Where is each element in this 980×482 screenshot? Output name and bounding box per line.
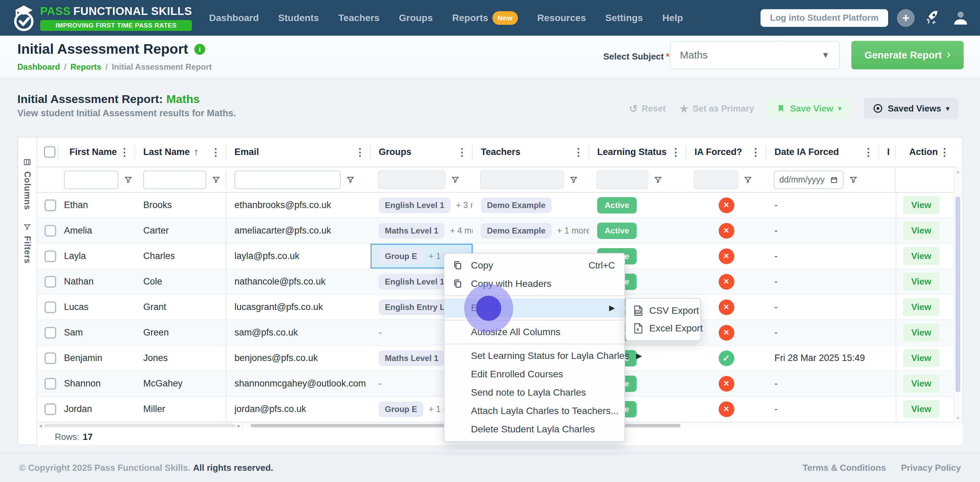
row-checkbox[interactable] [45,327,56,339]
column-header-learning-status[interactable]: Learning Status⋮ [589,137,686,166]
column-menu-icon[interactable]: ⋮ [671,146,681,158]
column-menu-icon[interactable]: ⋮ [119,146,130,158]
column-menu-icon[interactable]: ⋮ [211,146,221,158]
save-view-button[interactable]: Save View ▾ [768,98,850,119]
v-scroll-thumb[interactable] [956,197,960,392]
nav-item-help[interactable]: Help [662,13,683,24]
column-header-first-name[interactable]: First Name⋮ [59,137,135,166]
funnel-icon[interactable] [569,175,578,184]
context-menu-item-delete-student-layla-charles[interactable]: Delete Student Layla Charles [444,420,624,439]
submenu-item-csv-export[interactable]: CSVCSV Export [626,302,700,320]
context-menu-item-attach-layla-charles-to-teachers[interactable]: Attach Layla Charles to Teachers... [444,402,624,420]
brand-logo[interactable]: PASSFUNCTIONAL SKILLS IMPROVING FIRST TI… [13,4,192,32]
column-header-ia-forced[interactable]: IA Forced?⋮ [686,137,766,166]
column-menu-icon[interactable]: ⋮ [751,146,761,158]
context-menu-item-copy-with-headers[interactable]: Copy with Headers [444,275,624,293]
column-header-last-name[interactable]: Last Name↑⋮ [135,137,226,166]
context-menu-item-set-learning-status-for-layla-charles[interactable]: Set Learning Status for Layla Charles▶ [444,347,624,365]
nav-item-teachers[interactable]: Teachers [338,13,379,24]
filter-teachers-box[interactable] [480,171,564,189]
view-button[interactable]: View [903,196,940,214]
funnel-icon[interactable] [654,175,662,184]
column-header-groups[interactable]: Groups⋮ [371,137,473,166]
select-all-checkbox[interactable] [44,146,56,158]
view-button[interactable]: View [903,247,940,265]
info-icon[interactable]: i [194,44,205,55]
more-count-text[interactable]: + 3 more [456,200,473,210]
funnel-icon[interactable] [212,175,221,184]
filter-ia-forced-box[interactable] [694,171,738,189]
row-checkbox[interactable] [45,276,56,288]
breadcrumb-reports[interactable]: Reports [70,62,102,72]
nav-item-reports[interactable]: ReportsNew [452,11,518,25]
row-checkbox[interactable] [45,403,56,415]
column-header-action[interactable]: Action⋮ [896,137,955,166]
nav-item-resources[interactable]: Resources [537,13,586,24]
terms-link[interactable]: Terms & Conditions [803,463,886,473]
submenu-item-excel-export[interactable]: xExcel Export [626,320,700,337]
privacy-link[interactable]: Privacy Policy [901,463,961,473]
row-checkbox[interactable] [45,301,56,313]
vertical-scrollbar[interactable]: ▲ ▼ [953,167,962,422]
rail-filters-tab[interactable]: Filters [18,223,37,264]
rail-columns-tab[interactable]: Columns [18,158,37,210]
nav-item-students[interactable]: Students [278,13,319,24]
funnel-icon[interactable] [451,175,460,184]
more-count-text[interactable]: + 4 more [450,226,473,236]
filter-groups-box[interactable] [378,171,445,189]
context-menu-item-copy[interactable]: CopyCtrl+C [444,256,624,275]
nav-item-dashboard[interactable]: Dashboard [209,13,259,24]
table-row[interactable]: Amelia Carter ameliacarter@pfs.co.uk Mat… [37,218,955,244]
funnel-icon[interactable] [124,175,133,184]
context-menu-item-autosize-all-columns[interactable]: Autosize All Columns [444,323,624,341]
column-menu-icon[interactable]: ⋮ [863,146,873,158]
view-button[interactable]: View [903,298,940,316]
view-button[interactable]: View [903,222,940,239]
row-checkbox[interactable] [45,251,56,262]
login-student-platform-button[interactable]: Log into Student Platform [760,9,888,27]
column-header-truncated[interactable]: I [879,137,896,166]
nav-item-groups[interactable]: Groups [399,13,433,24]
breadcrumb-dashboard[interactable]: Dashboard [18,62,60,72]
set-as-primary-button[interactable]: ★ Set as Primary [679,103,754,114]
filter-first-name-input[interactable] [64,171,118,189]
rocket-icon[interactable] [924,8,943,27]
table-row[interactable]: Ethan Brooks ethanbrooks@pfs.co.uk Engli… [37,193,955,218]
context-menu-item-edit-enrolled-courses[interactable]: Edit Enrolled Courses [444,365,624,384]
filter-learning-status-box[interactable] [597,171,648,189]
column-header-email[interactable]: Email⋮ [226,137,371,166]
column-menu-icon[interactable]: ⋮ [940,146,950,158]
more-count-text[interactable]: + 1 more [557,226,589,236]
reset-button[interactable]: ↺ Reset [629,103,666,114]
generate-report-button[interactable]: Generate Report› [851,41,964,69]
filter-last-name-input[interactable] [143,171,206,189]
saved-views-button[interactable]: Saved Views ▾ [864,98,958,119]
filter-email-input[interactable] [234,171,340,189]
h-scroll-thumb-left[interactable] [44,424,235,427]
funnel-icon[interactable] [346,175,355,184]
view-button[interactable]: View [903,374,940,393]
context-menu-item-export[interactable]: Export▶ [444,298,624,317]
row-checkbox[interactable] [45,378,56,390]
funnel-icon[interactable] [743,175,752,184]
user-avatar-icon[interactable] [951,9,970,27]
add-plus-icon[interactable]: + [897,9,915,27]
view-button[interactable]: View [903,273,940,291]
column-header-teachers[interactable]: Teachers⋮ [473,137,589,166]
column-menu-icon[interactable]: ⋮ [457,146,467,158]
filter-date-input[interactable]: dd/mm/yyyy [774,171,843,189]
view-button[interactable]: View [903,349,940,367]
context-menu-item-send-note-to-layla-charles[interactable]: Send note to Layla Charles [444,384,624,402]
column-header-date-ia-forced[interactable]: Date IA Forced⋮ [766,137,879,166]
column-menu-icon[interactable]: ⋮ [355,146,365,158]
subject-dropdown[interactable]: Maths ▼ [670,41,840,69]
view-button[interactable]: View [903,323,940,342]
view-button[interactable]: View [903,400,940,418]
column-menu-icon[interactable]: ⋮ [573,146,584,158]
row-checkbox[interactable] [45,225,56,236]
nav-item-settings[interactable]: Settings [605,13,643,24]
row-checkbox[interactable] [45,200,56,211]
calendar-icon[interactable] [830,176,838,184]
funnel-icon[interactable] [849,175,858,184]
row-checkbox[interactable] [45,352,56,364]
